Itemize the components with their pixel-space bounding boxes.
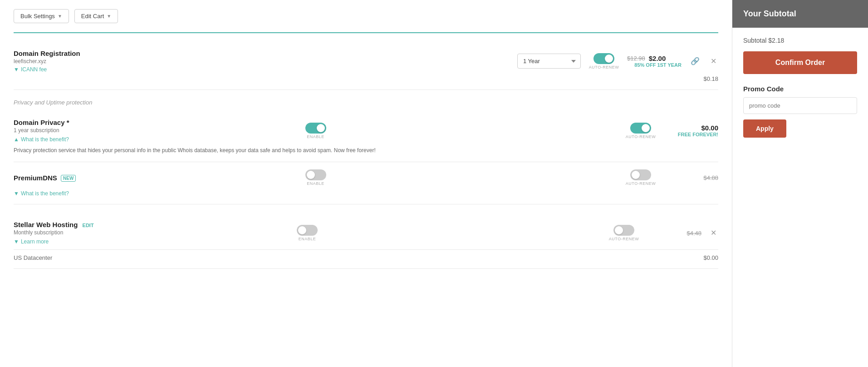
domain-price-row: $12.98 $2.00 xyxy=(627,55,682,62)
premium-dns-autorenew-knob xyxy=(632,171,640,179)
datacenter-label: US Datacenter xyxy=(14,254,52,261)
sidebar-title: Your Subtotal xyxy=(743,9,796,18)
domain-privacy-info: Domain Privacy * 1 year subscription ▲ W… xyxy=(14,119,293,143)
premium-dns-item: PremiumDNS NEW ENABLE AUTO-RENEW $4.88 xyxy=(14,162,718,204)
domain-privacy-benefit-link[interactable]: ▲ What is the benefit? xyxy=(14,136,293,143)
stellar-hosting-enable-toggle-wrap: ENABLE xyxy=(291,225,323,241)
domain-registration-title: Domain Registration xyxy=(14,50,510,57)
premium-dns-enable-toggle[interactable] xyxy=(305,169,326,180)
domain-privacy-benefit-desc: Privacy protection service that hides yo… xyxy=(14,146,718,154)
domain-privacy-enable-knob xyxy=(317,124,325,132)
stellar-hosting-learn-more-link[interactable]: ▼ Learn more xyxy=(14,238,284,245)
premium-dns-new-badge: NEW xyxy=(61,175,76,182)
domain-autorenew-label: AUTO-RENEW xyxy=(589,65,619,69)
domain-registration-item: Domain Registration leefischer.xyz ▼ ICA… xyxy=(14,42,718,90)
domain-remove-button[interactable]: ✕ xyxy=(709,55,718,67)
stellar-hosting-autorenew-toggle[interactable] xyxy=(613,225,634,236)
premium-dns-enable-knob xyxy=(307,171,315,179)
premium-dns-autorenew-toggle[interactable] xyxy=(630,169,651,180)
premium-dns-autorenew-toggle-wrap: AUTO-RENEW xyxy=(625,169,657,186)
datacenter-price: $0.00 xyxy=(703,254,718,261)
stellar-hosting-price-col: $4.48 xyxy=(647,229,701,237)
premium-dns-price: $4.88 xyxy=(703,174,718,181)
domain-discount-label: 85% OFF 1ST YEAR xyxy=(627,62,682,68)
domain-privacy-price-col: $0.00 FREE FOREVER! xyxy=(664,124,718,137)
premium-dns-price-col: $4.88 xyxy=(664,174,718,181)
domain-privacy-benefit-label: What is the benefit? xyxy=(21,136,69,143)
domain-registration-info: Domain Registration leefischer.xyz ▼ ICA… xyxy=(14,50,510,73)
domain-privacy-autorenew-toggle[interactable] xyxy=(630,123,651,134)
premium-dns-autorenew-label: AUTO-RENEW xyxy=(626,181,656,186)
stellar-hosting-info: Stellar Web Hosting EDIT Monthly subscri… xyxy=(14,221,284,245)
domain-privacy-autorenew-label: AUTO-RENEW xyxy=(626,134,656,139)
domain-privacy-item: Domain Privacy * 1 year subscription ▲ W… xyxy=(14,111,718,162)
stellar-learn-chevron-icon: ▼ xyxy=(14,238,19,245)
domain-privacy-enable-toggle[interactable] xyxy=(305,123,326,134)
spacer-1 xyxy=(14,204,718,213)
apply-promo-button[interactable]: Apply xyxy=(743,119,786,138)
domain-autorenew-toggle[interactable] xyxy=(593,53,614,64)
stellar-hosting-autorenew-knob xyxy=(615,226,623,234)
domain-name: leefischer.xyz xyxy=(14,58,510,64)
icann-fee-value: $0.18 xyxy=(703,75,718,82)
domain-privacy-autorenew-knob xyxy=(642,124,650,132)
stellar-hosting-item: Stellar Web Hosting EDIT Monthly subscri… xyxy=(14,213,718,269)
stellar-hosting-autorenew-label: AUTO-RENEW xyxy=(609,237,639,241)
domain-paperclip-button[interactable]: 🔗 xyxy=(689,55,701,67)
confirm-order-label: Confirm Order xyxy=(775,59,825,66)
stellar-hosting-remove-button[interactable]: ✕ xyxy=(709,227,718,239)
datacenter-row: US Datacenter $0.00 xyxy=(14,249,718,261)
promo-code-input[interactable] xyxy=(743,97,857,114)
stellar-hosting-enable-knob xyxy=(298,226,306,234)
confirm-order-button[interactable]: Confirm Order xyxy=(743,51,857,74)
icann-fee-link[interactable]: ▼ ICANN fee xyxy=(14,66,510,73)
sidebar: Your Subtotal Subtotal $2.18 Confirm Ord… xyxy=(732,0,868,367)
stellar-hosting-name: Stellar Web Hosting xyxy=(14,221,78,228)
privacy-section-title: Privacy and Uptime protection xyxy=(14,99,92,106)
edit-cart-label: Edit Cart xyxy=(81,13,104,20)
bulk-settings-button[interactable]: Bulk Settings ▼ xyxy=(14,9,69,23)
premium-dns-chevron-icon: ▼ xyxy=(14,190,19,197)
premium-dns-benefit-link[interactable]: ▼ What is the benefit? xyxy=(14,190,718,197)
icann-fee-label: ICANN fee xyxy=(21,66,47,73)
domain-privacy-enable-label: ENABLE xyxy=(307,134,324,139)
domain-autorenew-toggle-wrap: AUTO-RENEW xyxy=(588,53,620,69)
stellar-hosting-enable-label: ENABLE xyxy=(299,237,316,241)
bulk-settings-label: Bulk Settings xyxy=(20,13,55,20)
icann-fee-amount: $0.18 xyxy=(14,75,718,82)
domain-autorenew-knob xyxy=(605,55,613,63)
subtotal-label: Subtotal $2.18 xyxy=(743,37,784,44)
edit-cart-button[interactable]: Edit Cart ▼ xyxy=(74,9,118,23)
domain-price-original: $12.98 xyxy=(627,55,645,62)
premium-dns-enable-label: ENABLE xyxy=(307,181,324,186)
domain-privacy-subtitle: 1 year subscription xyxy=(14,127,293,134)
bulk-settings-chevron-icon: ▼ xyxy=(58,14,62,19)
domain-price-col: $12.98 $2.00 85% OFF 1ST YEAR xyxy=(627,55,682,68)
duration-selector[interactable]: 1 Year 2 Years 3 Years 5 Years xyxy=(517,54,581,69)
premium-dns-benefit-label: What is the benefit? xyxy=(21,190,69,197)
domain-privacy-title: Domain Privacy * xyxy=(14,119,293,126)
stellar-hosting-edit-link[interactable]: EDIT xyxy=(83,223,94,228)
stellar-hosting-subtitle: Monthly subscription xyxy=(14,229,284,236)
domain-privacy-enable-toggle-wrap: ENABLE xyxy=(300,123,332,139)
stellar-hosting-price: $4.48 xyxy=(687,230,701,237)
top-divider xyxy=(14,32,718,33)
stellar-hosting-title: Stellar Web Hosting EDIT xyxy=(14,221,284,228)
domain-privacy-autorenew-toggle-wrap: AUTO-RENEW xyxy=(625,123,657,139)
toolbar: Bulk Settings ▼ Edit Cart ▼ xyxy=(14,9,718,23)
stellar-hosting-autorenew-toggle-wrap: AUTO-RENEW xyxy=(608,225,640,241)
sidebar-header: Your Subtotal xyxy=(732,0,868,28)
icann-chevron-icon: ▼ xyxy=(14,66,19,73)
premium-dns-enable-toggle-wrap: ENABLE xyxy=(300,169,332,186)
domain-privacy-free-label: FREE FOREVER! xyxy=(664,132,718,137)
privacy-section-header: Privacy and Uptime protection xyxy=(14,99,718,106)
promo-code-label: Promo Code xyxy=(743,85,857,93)
sidebar-body: Subtotal $2.18 Confirm Order Promo Code … xyxy=(732,28,868,147)
premium-dns-info: PremiumDNS NEW xyxy=(14,174,293,182)
domain-price-current: $2.00 xyxy=(649,55,666,62)
stellar-hosting-enable-toggle[interactable] xyxy=(297,225,318,236)
apply-button-label: Apply xyxy=(756,125,774,132)
premium-dns-name: PremiumDNS xyxy=(14,174,57,182)
edit-cart-chevron-icon: ▼ xyxy=(107,14,111,19)
stellar-hosting-learn-label: Learn more xyxy=(21,238,49,245)
